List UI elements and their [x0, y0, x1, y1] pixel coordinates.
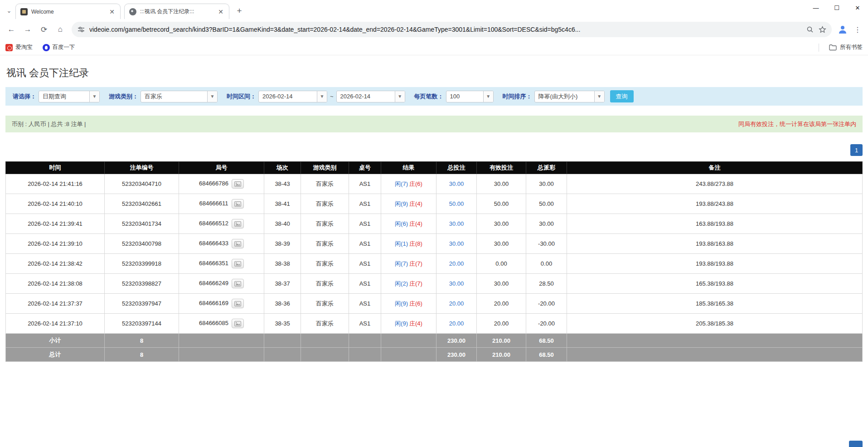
cell-time: 2026-02-14 21:37:10 — [6, 314, 105, 334]
table-row: 2026-02-14 21:37:10523203397144684666085… — [6, 314, 863, 334]
folder-icon — [829, 44, 837, 51]
date-range-separator: ~ — [330, 93, 334, 100]
game-type-select[interactable]: 百家乐 ▼ — [141, 91, 218, 102]
cell-table-no: AS1 — [349, 314, 381, 334]
minimize-button[interactable]: — — [805, 0, 826, 15]
chevron-down-icon[interactable]: ▼ — [207, 91, 217, 102]
cell-valid-bet: 50.00 — [477, 194, 526, 214]
tab-close-icon[interactable]: ✕ — [108, 8, 116, 16]
reload-icon[interactable]: ⟳ — [36, 22, 52, 37]
bookmarks-bar: 爱淘宝 百度一下 所有书签 — [0, 40, 868, 55]
cell-total-bet: 30.00 — [436, 274, 477, 294]
round-preview-icon[interactable] — [232, 219, 244, 228]
new-tab-button[interactable]: + — [233, 5, 246, 17]
cell-valid-bet: 20.00 — [477, 314, 526, 334]
cell-table-no: AS1 — [349, 274, 381, 294]
total-bet-link[interactable]: 20.00 — [449, 320, 464, 327]
per-page-select[interactable]: 100 ▼ — [446, 91, 494, 102]
cell-remark: 193.88/163.88 — [567, 234, 863, 254]
tab-welcome[interactable]: Welcome ✕ — [15, 4, 121, 19]
cell-round: 684666351 — [179, 254, 264, 274]
bookmark-aitaobao[interactable]: 爱淘宝 — [5, 44, 33, 51]
round-preview-icon[interactable] — [232, 299, 244, 308]
chevron-down-icon[interactable]: ▼ — [395, 91, 405, 102]
url-text[interactable]: videoie.com/game/betrecord_search/kind3?… — [89, 26, 802, 33]
total-bet-link[interactable]: 30.00 — [449, 180, 464, 187]
column-header: 游戏类别 — [301, 162, 349, 174]
date-start-select[interactable]: 2026-02-14 ▼ — [258, 91, 327, 102]
chevron-down-icon[interactable]: ▼ — [89, 91, 99, 102]
tab-search-chevron-icon[interactable]: ⌄ — [3, 5, 15, 17]
total-bet-link[interactable]: 50.00 — [449, 200, 464, 207]
zoom-icon[interactable] — [806, 25, 814, 34]
cell-valid-bet: 30.00 — [477, 274, 526, 294]
cell-table-no: AS1 — [349, 214, 381, 234]
total-valid-bet: 210.00 — [477, 348, 526, 362]
chevron-down-icon[interactable]: ▼ — [594, 91, 604, 102]
round-preview-icon[interactable] — [232, 239, 244, 248]
tab-close-icon[interactable]: ✕ — [217, 8, 224, 16]
sort-select[interactable]: 降幂(由大到小) ▼ — [534, 91, 605, 102]
cell-remark: 243.88/273.88 — [567, 174, 863, 194]
cell-total-bet: 20.00 — [436, 254, 477, 274]
page-content: 视讯 会员下注纪录 请选择： 日期查询 ▼ 游戏类别： 百家乐 ▼ 时间区间： … — [0, 66, 868, 362]
bookmark-star-icon[interactable] — [818, 25, 826, 34]
table-row: 2026-02-14 21:40:10523203402661684666611… — [6, 194, 863, 214]
round-preview-icon[interactable] — [232, 279, 244, 288]
select-label: 请选择： — [13, 92, 36, 101]
page-1-button[interactable]: 1 — [850, 144, 863, 156]
chevron-down-icon[interactable]: ▼ — [317, 91, 327, 102]
tab-bet-records[interactable]: :::视讯 会员下注纪录::: ✕ — [124, 4, 229, 19]
cell-game-type: 百家乐 — [301, 174, 349, 194]
cell-result: 闲(9)庄(4) — [381, 314, 436, 334]
cell-session: 38-43 — [264, 174, 301, 194]
cell-payout: 0.00 — [526, 254, 567, 274]
per-page-label: 每页笔数： — [414, 92, 444, 101]
result-player: 闲(6) — [395, 220, 408, 227]
round-preview-icon[interactable] — [232, 319, 244, 328]
cell-game-type: 百家乐 — [301, 194, 349, 214]
maximize-button[interactable]: ☐ — [826, 0, 847, 15]
bookmark-baidu[interactable]: 百度一下 — [43, 44, 75, 51]
total-bet-link[interactable]: 20.00 — [449, 260, 464, 267]
back-icon[interactable]: ← — [4, 22, 19, 37]
cell-round: 684666512 — [179, 214, 264, 234]
cell-game-type: 百家乐 — [301, 274, 349, 294]
cell-table-no: AS1 — [349, 194, 381, 214]
date-end-select[interactable]: 2026-02-14 ▼ — [336, 91, 405, 102]
query-button[interactable]: 查询 — [610, 90, 634, 102]
total-bet-link[interactable]: 30.00 — [449, 240, 464, 247]
cell-table-no: AS1 — [349, 234, 381, 254]
query-type-select[interactable]: 日期查询 ▼ — [39, 91, 100, 102]
date-start-value: 2026-02-14 — [259, 91, 317, 102]
close-button[interactable]: ✕ — [847, 0, 868, 15]
cell-payout: 50.00 — [526, 194, 567, 214]
profile-avatar-icon[interactable] — [835, 22, 850, 37]
total-bet-link[interactable]: 20.00 — [449, 300, 464, 307]
all-bookmarks-button[interactable]: 所有书签 — [829, 44, 863, 51]
total-bet-link[interactable]: 30.00 — [449, 280, 464, 287]
table-body: 2026-02-14 21:41:16523203404710684666786… — [6, 174, 863, 334]
round-number: 684666249 — [199, 280, 228, 287]
round-preview-icon[interactable] — [232, 259, 244, 268]
kebab-menu-icon[interactable]: ⋮ — [851, 22, 864, 37]
subtotal-row: 小计 8 230.00 210.00 68.50 — [6, 334, 863, 348]
per-page-value: 100 — [446, 91, 483, 102]
total-empty-cell — [349, 348, 381, 362]
pagination-bottom-partial-button[interactable] — [849, 441, 863, 447]
subtotal-payout: 68.50 — [526, 334, 567, 348]
address-bar[interactable]: videoie.com/game/betrecord_search/kind3?… — [72, 22, 832, 37]
cell-time: 2026-02-14 21:41:16 — [6, 174, 105, 194]
home-icon[interactable]: ⌂ — [53, 22, 68, 37]
bookmark-label: 百度一下 — [53, 44, 75, 51]
total-row: 总计 8 230.00 210.00 68.50 — [6, 348, 863, 362]
total-bet-link[interactable]: 30.00 — [449, 220, 464, 227]
round-preview-icon[interactable] — [232, 179, 244, 189]
baidu-icon — [43, 44, 50, 51]
round-preview-icon[interactable] — [232, 199, 244, 209]
table-row: 2026-02-14 21:39:10523203400798684666433… — [6, 234, 863, 254]
chevron-down-icon[interactable]: ▼ — [483, 91, 493, 102]
round-number: 684666611 — [199, 200, 228, 207]
site-info-tune-icon[interactable] — [77, 25, 85, 34]
forward-icon[interactable]: → — [20, 22, 35, 37]
